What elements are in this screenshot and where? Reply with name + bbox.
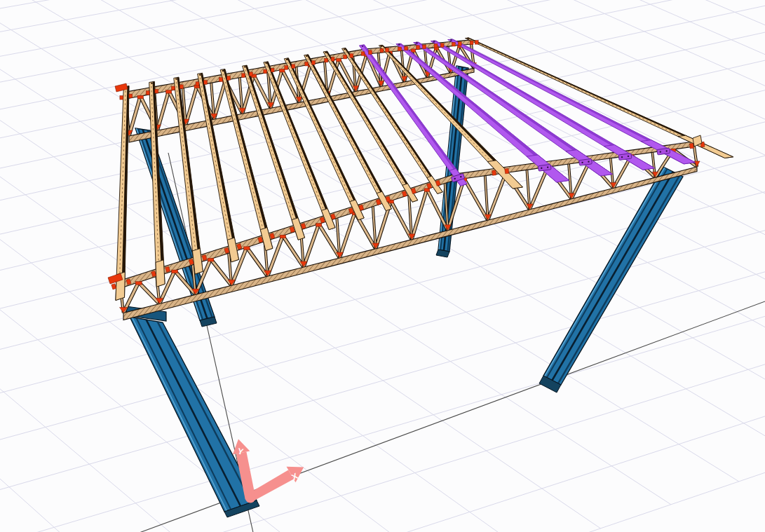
joist-clip bbox=[180, 85, 183, 89]
joist-clip bbox=[285, 66, 288, 70]
joist-clip bbox=[505, 168, 509, 174]
model-canvas[interactable]: XY bbox=[0, 0, 765, 532]
flange-line bbox=[157, 322, 251, 503]
grid-line bbox=[0, 60, 765, 532]
connector-plate bbox=[166, 90, 172, 94]
joist-tip-hole bbox=[362, 46, 363, 47]
connector-plate bbox=[280, 69, 285, 72]
joist-clip bbox=[264, 69, 267, 74]
joist-clip bbox=[219, 78, 223, 82]
joist-clip bbox=[111, 284, 116, 289]
joist-tip-hole bbox=[467, 37, 469, 39]
joist-tip-hole bbox=[325, 52, 327, 53]
connector-plate bbox=[337, 58, 341, 62]
grid-line bbox=[0, 46, 205, 532]
grid-line bbox=[226, 0, 765, 359]
joist-tip-hole bbox=[199, 74, 201, 75]
joist-clip bbox=[369, 50, 372, 55]
connector-plate bbox=[135, 282, 142, 285]
joist-clip bbox=[171, 86, 175, 90]
joist-clip bbox=[440, 43, 444, 48]
joist-tip-hole bbox=[266, 62, 267, 64]
joist-tip-hole bbox=[344, 48, 345, 50]
gizmo-origin bbox=[245, 493, 256, 503]
joist-clip bbox=[470, 41, 473, 45]
joist-clip bbox=[361, 52, 365, 56]
connector-plate bbox=[424, 189, 430, 192]
grid-line bbox=[722, 0, 765, 174]
joist-tip-hole bbox=[175, 78, 177, 79]
connector-plate bbox=[137, 95, 143, 99]
joist-clip bbox=[292, 64, 295, 69]
joist-tip-hole bbox=[450, 39, 452, 41]
joist-clip bbox=[398, 47, 401, 51]
joist-clip bbox=[492, 170, 496, 176]
joist-clip bbox=[129, 94, 133, 98]
connector-plate bbox=[244, 247, 250, 250]
joist-clip bbox=[350, 54, 353, 58]
joist-tip-hole bbox=[306, 55, 307, 57]
joist-tip-hole bbox=[244, 66, 245, 67]
joist-tip-hole bbox=[398, 43, 400, 46]
joist-clip bbox=[423, 45, 426, 49]
connector-plate bbox=[280, 235, 285, 238]
joist-clip bbox=[458, 42, 461, 46]
joist-clip bbox=[331, 57, 334, 62]
joist-tip-hole bbox=[380, 45, 382, 47]
joist-bearing-stub bbox=[156, 260, 165, 287]
joist-clip bbox=[305, 62, 309, 66]
flange-line bbox=[558, 175, 680, 383]
connector-plate bbox=[316, 224, 322, 227]
joist[interactable] bbox=[243, 65, 305, 240]
joist-tip-hole bbox=[286, 59, 287, 60]
joist-clip bbox=[120, 96, 123, 100]
joist-clip bbox=[311, 61, 315, 65]
connector-plate bbox=[172, 270, 178, 273]
connector-plate bbox=[411, 49, 415, 53]
joist-clip bbox=[155, 89, 158, 93]
grid-line bbox=[0, 98, 765, 532]
joist-clip bbox=[250, 72, 253, 76]
truss-web bbox=[304, 224, 319, 267]
joist-clip bbox=[344, 55, 347, 59]
joist-clip bbox=[146, 91, 149, 95]
connector-plate bbox=[208, 258, 214, 261]
joist-clip bbox=[689, 143, 693, 149]
joist-clip bbox=[196, 82, 199, 86]
joist-tip-hole bbox=[151, 83, 152, 84]
grid-line bbox=[448, 0, 765, 274]
joist-clip bbox=[416, 46, 419, 50]
joist-tip-hole bbox=[433, 40, 435, 42]
joist-clip bbox=[405, 46, 408, 50]
truss-web bbox=[186, 86, 197, 125]
joist[interactable] bbox=[116, 86, 129, 301]
flange-line bbox=[132, 318, 226, 511]
flange-line bbox=[547, 169, 668, 378]
joist-clip bbox=[271, 68, 274, 72]
joist-tip-hole bbox=[416, 42, 418, 44]
joist-tip-hole bbox=[222, 70, 224, 71]
flange-line bbox=[136, 318, 231, 510]
column-front-left[interactable] bbox=[126, 306, 259, 517]
joist-clip bbox=[380, 48, 384, 53]
truss-web bbox=[214, 81, 225, 120]
joist-clip bbox=[434, 44, 438, 48]
3d-viewport[interactable]: XY bbox=[0, 0, 765, 532]
joist-clip bbox=[325, 58, 328, 62]
joist-clip bbox=[204, 81, 208, 85]
joist-clip bbox=[227, 76, 231, 81]
joist-clip bbox=[242, 74, 245, 78]
joist-clip bbox=[452, 42, 455, 46]
joist-clip bbox=[386, 48, 389, 53]
joist-clip bbox=[475, 41, 478, 45]
